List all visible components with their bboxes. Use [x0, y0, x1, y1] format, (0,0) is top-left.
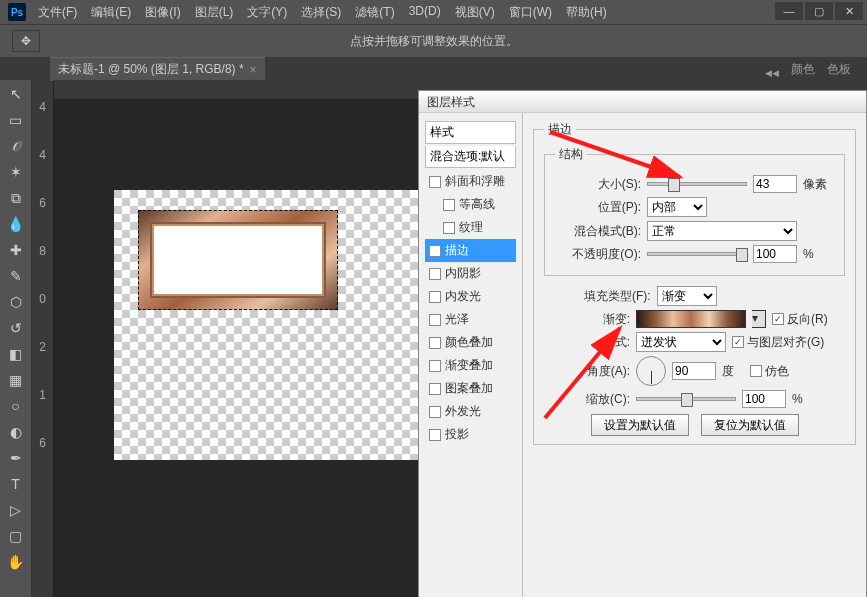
checkbox[interactable]: [443, 199, 455, 211]
close-button[interactable]: ✕: [835, 2, 863, 20]
style-color-overlay[interactable]: 颜色叠加: [425, 331, 516, 354]
menu-edit[interactable]: 编辑(E): [91, 4, 131, 21]
styles-header[interactable]: 样式: [425, 121, 516, 144]
minimize-button[interactable]: —: [775, 2, 803, 20]
angle-input[interactable]: [672, 362, 716, 380]
align-layer-label: 与图层对齐(G): [747, 334, 824, 351]
checkbox[interactable]: [429, 429, 441, 441]
selection-marquee: [138, 210, 338, 310]
percent-label: %: [803, 247, 814, 261]
angle-unit: 度: [722, 363, 734, 380]
angle-label: 角度(A):: [544, 363, 630, 380]
reverse-checkbox[interactable]: [772, 313, 784, 325]
scale-input[interactable]: [742, 390, 786, 408]
align-layer-checkbox[interactable]: [732, 336, 744, 348]
gradient-picker-button[interactable]: ▾: [752, 310, 766, 328]
gradient-tool[interactable]: ▦: [5, 370, 27, 390]
hand-tool[interactable]: ✋: [5, 552, 27, 572]
maximize-button[interactable]: ▢: [805, 2, 833, 20]
reverse-label: 反向(R): [787, 311, 828, 328]
style-contour[interactable]: 等高线: [425, 193, 516, 216]
dialog-title: 图层样式: [419, 91, 866, 113]
type-tool[interactable]: T: [5, 474, 27, 494]
angle-dial[interactable]: [636, 356, 666, 386]
tools-panel: ↖ ▭ 𝒪 ✶ ⧉ 💧 ✚ ✎ ⬡ ↺ ◧ ▦ ○ ◐ ✒ T ▷ ▢ ✋: [0, 80, 32, 597]
style-gradient-overlay[interactable]: 渐变叠加: [425, 354, 516, 377]
tab-color[interactable]: 颜色: [785, 59, 821, 80]
menu-view[interactable]: 视图(V): [455, 4, 495, 21]
style-pattern-overlay[interactable]: 图案叠加: [425, 377, 516, 400]
position-select[interactable]: 内部: [647, 197, 707, 217]
style-stroke[interactable]: 描边: [425, 239, 516, 262]
options-hint: 点按并拖移可调整效果的位置。: [350, 33, 518, 50]
eyedropper-tool[interactable]: 💧: [5, 214, 27, 234]
checkbox[interactable]: [429, 268, 441, 280]
reset-default-button[interactable]: 复位为默认值: [701, 414, 799, 436]
dither-checkbox[interactable]: [750, 365, 762, 377]
stamp-tool[interactable]: ⬡: [5, 292, 27, 312]
checkbox[interactable]: [429, 245, 441, 257]
gradient-swatch[interactable]: [636, 310, 746, 328]
opacity-input[interactable]: [753, 245, 797, 263]
style-texture[interactable]: 纹理: [425, 216, 516, 239]
style-inner-glow[interactable]: 内发光: [425, 285, 516, 308]
gradient-style-select[interactable]: 迸发状: [636, 332, 726, 352]
marquee-tool[interactable]: ▭: [5, 110, 27, 130]
blend-options-default[interactable]: 混合选项:默认: [425, 146, 516, 168]
size-input[interactable]: [753, 175, 797, 193]
checkbox[interactable]: [443, 222, 455, 234]
menu-filter[interactable]: 滤镜(T): [355, 4, 394, 21]
opacity-slider[interactable]: [647, 252, 747, 256]
menu-file[interactable]: 文件(F): [38, 4, 77, 21]
document-tab[interactable]: 未标题-1 @ 50% (图层 1, RGB/8) * ×: [50, 57, 265, 81]
checkbox[interactable]: [429, 383, 441, 395]
brush-tool[interactable]: ✎: [5, 266, 27, 286]
style-inner-shadow[interactable]: 内阴影: [425, 262, 516, 285]
structure-fieldset: 结构 大小(S): 像素 位置(P): 内部 混合模式(B): 正常: [544, 146, 845, 276]
history-brush-tool[interactable]: ↺: [5, 318, 27, 338]
set-default-button[interactable]: 设置为默认值: [591, 414, 689, 436]
style-bevel[interactable]: 斜面和浮雕: [425, 170, 516, 193]
scale-slider[interactable]: [636, 397, 736, 401]
menu-image[interactable]: 图像(I): [145, 4, 180, 21]
blend-select[interactable]: 正常: [647, 221, 797, 241]
checkbox[interactable]: [429, 176, 441, 188]
position-label: 位置(P):: [555, 199, 641, 216]
menu-window[interactable]: 窗口(W): [509, 4, 552, 21]
style-drop-shadow[interactable]: 投影: [425, 423, 516, 446]
lasso-tool[interactable]: 𝒪: [5, 136, 27, 156]
checkbox[interactable]: [429, 314, 441, 326]
fill-type-select[interactable]: 渐变: [657, 286, 717, 306]
size-slider[interactable]: [647, 182, 747, 186]
eraser-tool[interactable]: ◧: [5, 344, 27, 364]
style-outer-glow[interactable]: 外发光: [425, 400, 516, 423]
heal-tool[interactable]: ✚: [5, 240, 27, 260]
shape-tool[interactable]: ▢: [5, 526, 27, 546]
tab-swatch[interactable]: 色板: [821, 59, 857, 80]
canvas[interactable]: [114, 190, 424, 460]
checkbox[interactable]: [429, 406, 441, 418]
pen-tool[interactable]: ✒: [5, 448, 27, 468]
dodge-tool[interactable]: ◐: [5, 422, 27, 442]
checkbox[interactable]: [429, 291, 441, 303]
wand-tool[interactable]: ✶: [5, 162, 27, 182]
blur-tool[interactable]: ○: [5, 396, 27, 416]
menu-layer[interactable]: 图层(L): [195, 4, 234, 21]
menu-help[interactable]: 帮助(H): [566, 4, 607, 21]
checkbox[interactable]: [429, 337, 441, 349]
checkbox[interactable]: [429, 360, 441, 372]
menu-type[interactable]: 文字(Y): [247, 4, 287, 21]
panel-collapse-icon[interactable]: ◀◀: [759, 66, 785, 80]
window-controls: — ▢ ✕: [775, 2, 863, 20]
crop-tool[interactable]: ⧉: [5, 188, 27, 208]
tab-close-icon[interactable]: ×: [250, 63, 257, 77]
stroke-fieldset: 描边 结构 大小(S): 像素 位置(P): 内部 混合模式(B):: [533, 121, 856, 445]
style-satin[interactable]: 光泽: [425, 308, 516, 331]
styles-list-panel: 样式 混合选项:默认 斜面和浮雕 等高线 纹理 描边 内阴影 内发光 光泽 颜色…: [419, 113, 523, 597]
size-unit: 像素: [803, 176, 827, 193]
menu-3d[interactable]: 3D(D): [409, 4, 441, 21]
move-tool[interactable]: ↖: [5, 84, 27, 104]
options-bar: ✥ 点按并拖移可调整效果的位置。: [0, 24, 867, 58]
menu-select[interactable]: 选择(S): [301, 4, 341, 21]
path-select-tool[interactable]: ▷: [5, 500, 27, 520]
